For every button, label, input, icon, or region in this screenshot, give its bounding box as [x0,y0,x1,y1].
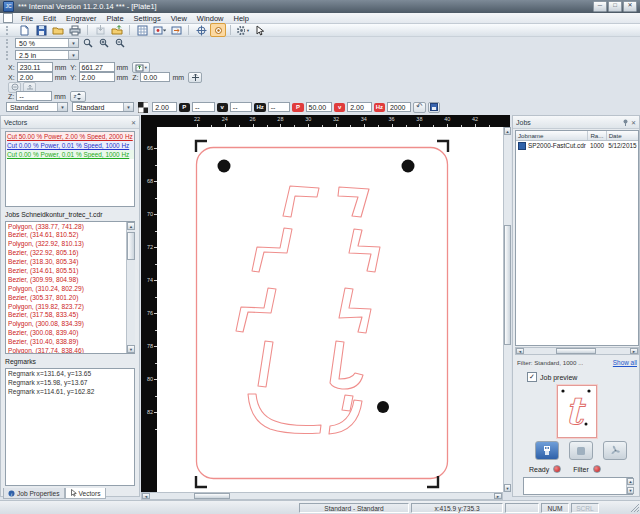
maximize-button[interactable]: □ [608,1,622,12]
scroll-up-icon[interactable]: ▲ [127,222,135,230]
pin-icon[interactable] [622,119,629,126]
menu-settings[interactable]: Settings [129,14,166,23]
jobs-horizontal-scrollbar[interactable]: ◄ ► [515,347,639,355]
material-group-select[interactable]: Standard ▼ [6,102,68,112]
new-plate-button[interactable] [16,23,32,37]
tab-vectors[interactable]: Vectors [65,488,106,499]
frequency-black-field[interactable]: -- [268,102,291,112]
save-material-button[interactable] [428,102,440,113]
menu-help[interactable]: Help [229,14,254,23]
vector-item[interactable]: Polygon, (319.82, 823.72) [6,302,134,311]
frequency-red-field[interactable]: 2000 [387,102,412,112]
scroll-up-icon[interactable]: ▲ [627,478,634,485]
vector-item[interactable]: Bezier, (317.58, 833.45) [6,311,134,320]
grid-size-select[interactable]: 2.5 in ▼ [15,50,79,60]
material-swatch-icon[interactable] [138,102,148,113]
menu-edit[interactable]: Edit [38,14,61,23]
cut-setting-row[interactable]: Cut 0.00 % Power, 0.01 % Speed, 1000 Hz [6,141,134,150]
regmark-list[interactable]: Regmark x=131.64, y=13.65Regmark x=15.98… [5,368,135,486]
vector-item[interactable]: Polygon, (317.74, 838.46) [6,346,134,354]
cut-setting-row[interactable]: Cut 50.00 % Power, 2.00 % Speed, 2000 Hz [6,132,134,141]
menu-plate[interactable]: Plate [101,14,128,23]
power-black-field[interactable]: -- [192,102,215,112]
speed-black-field[interactable]: -- [230,102,253,112]
column-date[interactable]: Date [606,131,638,141]
scrollbar-thumb[interactable] [504,225,511,345]
speed-red-field[interactable]: 2.00 [347,102,372,112]
vector-item[interactable]: Polygon, (338.77, 741.28) [6,222,134,231]
menu-window[interactable]: Window [192,14,229,23]
align-button[interactable] [168,23,184,37]
zoom-in-button[interactable] [97,38,111,49]
vector-item[interactable]: Polygon, (310.24, 802.29) [6,284,134,293]
connect-usb-button[interactable] [535,441,559,460]
scrollbar-thumb[interactable] [127,232,135,260]
show-all-link[interactable]: Show all [613,359,637,366]
job-date-cell[interactable]: 5/12/2015 [606,141,638,151]
print-button[interactable] [67,23,83,37]
settings-caret-icon[interactable]: ▼ [246,28,250,33]
vector-item[interactable]: Polygon, (322.92, 810.13) [6,240,134,249]
vector-item[interactable]: Bezier, (314.61, 810.52) [6,231,134,240]
scroll-left-icon[interactable]: ◄ [516,348,524,354]
tab-job-properties[interactable]: i Job Properties [3,488,65,499]
column-resolution[interactable]: Ra... [588,131,606,141]
scroll-right-icon[interactable]: ► [630,348,638,354]
chevron-down-icon[interactable]: ▼ [68,51,78,59]
zoom-tool-button[interactable] [81,38,95,49]
zoom-level-select[interactable]: 50 % ▼ [15,38,79,48]
regmark-item[interactable]: Regmark x=131.64, y=13.65 [6,369,134,378]
job-name-cell[interactable]: SP2000-FastCut.cdr [516,141,588,151]
settings-button[interactable]: ▼ [235,23,251,37]
stop-job-button[interactable] [569,441,593,460]
canvas-vertical-scrollbar[interactable]: ▲ ▼ [503,127,511,492]
move-laser-button[interactable] [193,23,209,37]
child-window-icon[interactable] [3,13,13,23]
vector-item[interactable]: Bezier, (322.92, 805.16) [6,249,134,258]
vector-list-scrollbar[interactable]: ▲ ▼ [126,222,135,353]
focus-tool-button[interactable] [210,23,226,37]
vector-item[interactable]: Bezier, (300.08, 839.40) [6,329,134,338]
import-button[interactable] [92,23,108,37]
pointer-tool-button[interactable] [252,23,268,37]
undo-material-button[interactable]: ↶ [413,102,425,113]
menu-file[interactable]: File [16,14,38,23]
close-icon[interactable]: ✕ [131,119,136,126]
chevron-down-icon[interactable]: ▼ [68,39,78,47]
jobs-table-header[interactable]: Jobname Ra... Date [516,131,639,141]
job-row[interactable]: SP2000-FastCut.cdr10005/12/2015 [516,141,639,151]
column-jobname[interactable]: Jobname [516,131,588,141]
open-button[interactable] [50,23,66,37]
power-red-field[interactable]: 50.00 [306,102,332,112]
cut-list[interactable]: Cut 50.00 % Power, 2.00 % Speed, 2000 Hz… [5,131,135,207]
job-resolution-cell[interactable]: 1000 [588,141,606,151]
vector-item[interactable]: Bezier, (310.40, 838.89) [6,338,134,347]
job-preview-checkbox[interactable]: ✓ [527,372,537,382]
exhaust-button[interactable] [603,441,627,460]
scrollbar-thumb[interactable] [556,348,596,354]
message-box-scrollbar[interactable]: ▲ ▼ [626,478,634,494]
scroll-up-icon[interactable]: ▲ [504,127,511,135]
cut-setting-row[interactable]: Cut 0.00 % Power, 0.01 % Speed, 1000 Hz [6,150,134,159]
chevron-down-icon[interactable]: ▼ [57,103,67,111]
job-preview-thumbnail[interactable]: t [557,385,597,438]
canvas-horizontal-scrollbar[interactable]: ◄ ► [141,492,503,500]
scrollbar-thumb[interactable] [194,493,230,499]
save-button[interactable] [33,23,49,37]
position-mode-button[interactable] [151,23,167,37]
menu-view[interactable]: View [166,14,192,23]
resize-grip-icon[interactable] [630,503,640,513]
material-thickness-field[interactable]: 2.00 [152,102,177,112]
close-icon[interactable]: ✕ [631,119,636,126]
export-button[interactable] [109,23,125,37]
material-name-select[interactable]: Standard ▼ [72,102,134,112]
vector-item[interactable]: Bezier, (318.30, 805.34) [6,258,134,267]
scroll-left-icon[interactable]: ◄ [142,493,150,499]
vector-item[interactable]: Polygon, (300.08, 834.39) [6,320,134,329]
regmark-item[interactable]: Regmark x=15.98, y=13.67 [6,378,134,387]
scroll-down-icon[interactable]: ▼ [127,345,135,353]
menu-engraver[interactable]: Engraver [61,14,101,23]
chevron-down-icon[interactable]: ▼ [123,103,133,111]
minimize-button[interactable]: ─ [593,1,607,12]
chevron-down-icon[interactable]: ▼ [144,65,148,70]
